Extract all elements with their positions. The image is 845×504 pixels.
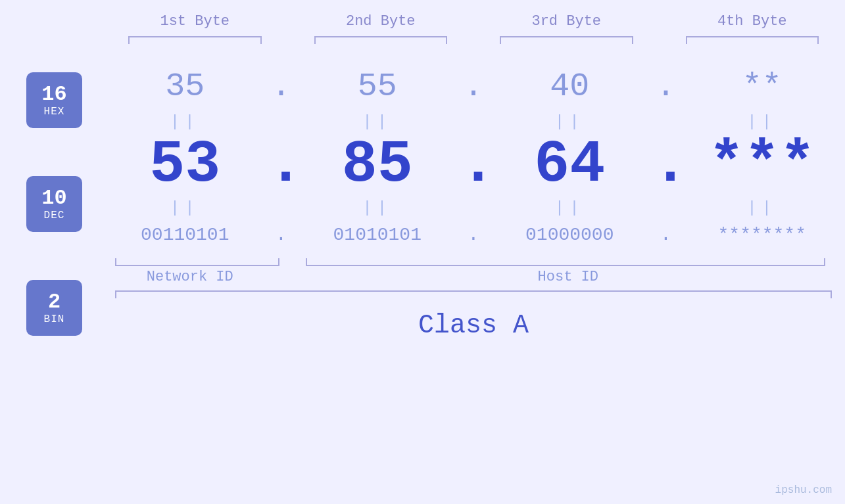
dec-byte1: 53	[102, 135, 268, 195]
bin-byte3: 01000000	[487, 225, 653, 245]
bin-byte2: 01010101	[295, 225, 461, 245]
hex-badge: 16 HEX	[26, 72, 82, 128]
dec-dot3: .	[653, 135, 679, 195]
byte-headers: 1st Byte 2nd Byte 3rd Byte 4th Byte	[0, 0, 845, 30]
hex-badge-label: HEX	[44, 106, 65, 118]
dec-badge-number: 10	[41, 187, 66, 210]
full-bottom-bracket	[115, 290, 832, 302]
bracket-byte3	[493, 36, 640, 48]
host-id-bracket	[306, 254, 838, 266]
bin-row: 00110101 . 01010101 . 01000000 .	[102, 218, 845, 252]
hex-byte1: 35	[102, 68, 268, 105]
id-brackets-area	[102, 254, 845, 266]
equals-row-2: || || || ||	[102, 198, 845, 218]
eq2-byte1: ||	[102, 199, 268, 217]
hex-byte2: 55	[295, 68, 461, 105]
watermark: ipshu.com	[775, 484, 832, 496]
bin-dot3: .	[653, 225, 679, 245]
eq1-byte1: ||	[102, 113, 268, 131]
dec-badge-label: DEC	[44, 210, 65, 221]
hex-badge-number: 16	[41, 83, 66, 106]
bin-dot2: .	[460, 225, 487, 245]
main-grid: 16 HEX 10 DEC 2 BIN 35 .	[0, 61, 845, 347]
dec-byte4: ***	[679, 135, 846, 195]
dec-byte3: 64	[487, 135, 653, 195]
main-container: 1st Byte 2nd Byte 3rd Byte 4th Byte 16 H…	[0, 0, 845, 504]
hex-dot3: .	[653, 68, 679, 105]
eq1-byte4: ||	[679, 113, 846, 131]
badges-column: 16 HEX 10 DEC 2 BIN	[26, 61, 102, 347]
bin-dot1: .	[268, 225, 295, 245]
hex-dot2: .	[460, 68, 487, 105]
hex-dot1: .	[268, 68, 295, 105]
dec-badge: 10 DEC	[26, 176, 82, 232]
bin-badge-label: BIN	[44, 313, 65, 325]
bin-byte4: ********	[679, 225, 846, 245]
bin-byte1: 00110101	[102, 225, 268, 245]
top-brackets	[0, 36, 845, 48]
eq2-byte3: ||	[487, 199, 653, 217]
bin-badge-number: 2	[48, 290, 60, 313]
hex-byte4: **	[679, 68, 846, 105]
bracket-byte1	[122, 36, 268, 48]
dec-dot1: .	[268, 135, 295, 195]
eq1-byte3: ||	[487, 113, 653, 131]
class-label: Class A	[102, 308, 845, 347]
data-area: 35 . 55 . 40 . **	[102, 61, 845, 347]
eq2-byte4: ||	[679, 199, 846, 217]
dec-byte2: 85	[295, 135, 461, 195]
bracket-byte2	[308, 36, 454, 48]
network-id-label: Network ID	[102, 269, 278, 285]
byte4-header: 4th Byte	[660, 13, 846, 30]
eq2-byte2: ||	[295, 199, 461, 217]
bin-badge: 2 BIN	[26, 280, 82, 336]
byte2-header: 2nd Byte	[288, 13, 474, 30]
bracket-byte4	[679, 36, 826, 48]
hex-row: 35 . 55 . 40 . **	[102, 61, 845, 112]
dec-row: 53 . 85 . 64 . ***	[102, 132, 845, 198]
eq1-byte2: ||	[295, 113, 461, 131]
byte1-header: 1st Byte	[102, 13, 288, 30]
id-labels-row: Network ID Host ID	[102, 269, 845, 285]
hex-byte3: 40	[487, 68, 653, 105]
dec-dot2: .	[460, 135, 487, 195]
network-id-bracket	[102, 254, 279, 266]
byte3-header: 3rd Byte	[473, 13, 660, 30]
equals-row-1: || || || ||	[102, 112, 845, 132]
host-id-label: Host ID	[304, 269, 839, 285]
